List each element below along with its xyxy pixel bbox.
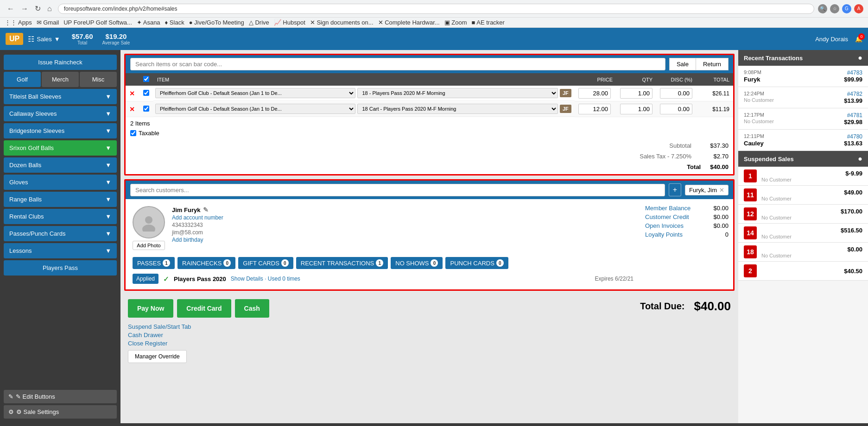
passes-count: 1 — [163, 259, 170, 267]
suspended-badge-1[interactable]: 1 — [744, 169, 757, 182]
customer-search-input[interactable] — [130, 184, 665, 196]
add-account-link[interactable]: Add account number — [172, 214, 634, 221]
search-icon[interactable]: 🔍 — [818, 4, 827, 13]
back-button[interactable]: ← — [5, 3, 17, 14]
sidebar-item-srixon[interactable]: Srixon Golf Balls ▼ — [4, 140, 117, 156]
sidebar-item-gloves[interactable]: Gloves ▼ — [4, 175, 117, 190]
suspended-badge-2[interactable]: 11 — [744, 188, 757, 201]
bookmark-foreup[interactable]: UP ForeUP Golf Softwa... — [63, 19, 132, 26]
add-customer-button[interactable]: + — [669, 183, 681, 196]
course-select-2[interactable]: Pfeifferhorn Golf Club - Default Season … — [155, 104, 355, 114]
tab-rainchecks[interactable]: RAINCHECKS 0 — [177, 257, 235, 269]
module-selector[interactable]: ☷ Sales ▼ — [28, 35, 60, 44]
item-1-checkbox[interactable] — [143, 90, 149, 96]
credit-card-button[interactable]: Credit Card — [177, 299, 231, 318]
notification-bell[interactable]: 🔔 0 — [855, 36, 862, 43]
bookmark-zoom[interactable]: ▣ Zoom — [444, 19, 467, 26]
tab-merch[interactable]: Merch — [42, 72, 79, 87]
pass-select-1[interactable]: 18 - Players Pass 2020 M-F Morning — [357, 88, 558, 98]
bookmark-asana[interactable]: ✦ Asana — [137, 19, 160, 26]
bookmark-drive[interactable]: △ Drive — [249, 19, 269, 26]
suspended-badge-3[interactable]: 12 — [744, 207, 757, 220]
address-bar[interactable] — [58, 4, 814, 14]
account-icon[interactable]: G — [842, 4, 851, 13]
tab-punch-cards[interactable]: PUNCH CARDS 0 — [445, 257, 508, 269]
bookmark-jive[interactable]: ● Jive/GoTo Meeting — [189, 19, 244, 26]
sidebar-item-callaway[interactable]: Callaway Sleeves ▼ — [4, 106, 117, 121]
home-button[interactable]: ⌂ — [45, 3, 54, 14]
forward-button[interactable]: → — [19, 3, 31, 14]
disc-input-1[interactable] — [660, 88, 692, 99]
bookmark-icon[interactable]: ☆ — [830, 4, 839, 13]
add-birthday-link[interactable]: Add birthday — [172, 237, 634, 243]
transaction-id-2[interactable]: #4782 — [847, 91, 862, 97]
return-button[interactable]: Return — [696, 58, 729, 70]
payment-section: Pay Now Credit Card Cash Suspend Sale/St… — [124, 294, 735, 368]
pass-details-link[interactable]: Show Details · Used 0 times — [231, 276, 300, 282]
close-register-link[interactable]: Close Register — [128, 340, 269, 347]
sidebar-item-lessons[interactable]: Lessons ▼ — [4, 243, 117, 258]
price-input-2[interactable] — [578, 104, 611, 114]
qty-input-2[interactable] — [620, 104, 653, 114]
bookmark-hardware[interactable]: ✕ Complete Hardwar... — [378, 19, 440, 26]
pay-now-button[interactable]: Pay Now — [128, 299, 173, 318]
course-select-1[interactable]: Pfeifferhorn Golf Club - Default Season … — [155, 88, 355, 98]
disc-input-2[interactable] — [660, 104, 692, 114]
bookmark-hubspot[interactable]: 📈 Hubspot — [274, 19, 305, 26]
remove-item-2-button[interactable]: ✕ — [129, 106, 135, 113]
add-photo-button[interactable]: Add Photo — [133, 241, 165, 250]
transaction-id-1[interactable]: #4783 — [847, 69, 862, 76]
bookmark-signdocs[interactable]: ✕ Sign documents on... — [310, 19, 374, 26]
reload-button[interactable]: ↻ — [32, 3, 43, 14]
select-all-checkbox[interactable] — [143, 76, 149, 82]
cash-drawer-link[interactable]: Cash Drawer — [128, 332, 269, 338]
bookmark-slack[interactable]: ♦ Slack — [165, 19, 184, 26]
sidebar-item-rental-clubs[interactable]: Rental Clubs ▼ — [4, 209, 117, 224]
qty-input-1[interactable] — [620, 88, 653, 99]
bookmark-ae[interactable]: ■ AE tracker — [472, 19, 505, 26]
customer-panel: + Furyk, Jim ✕ — [124, 179, 735, 291]
tab-rainchecks-label: RAINCHECKS — [182, 260, 222, 267]
edit-buttons-button[interactable]: ✎ ✎ Edit Buttons — [4, 390, 117, 403]
transaction-id-3[interactable]: #4781 — [847, 112, 862, 119]
remove-customer-button[interactable]: ✕ — [719, 187, 724, 194]
manager-override-button[interactable]: Manager Override — [128, 350, 187, 363]
gear-icon: ⚙ — [8, 408, 14, 415]
sale-settings-button[interactable]: ⚙ ⚙ Sale Settings — [4, 405, 117, 419]
remove-item-1-button[interactable]: ✕ — [129, 90, 135, 97]
issue-raincheck-button[interactable]: Issue Raincheck — [4, 55, 117, 70]
suspended-badge-6[interactable]: 2 — [744, 264, 757, 277]
sidebar-item-range-balls[interactable]: Range Balls ▼ — [4, 192, 117, 207]
user-menu[interactable]: Andy Dorais — [815, 36, 848, 43]
tab-gift-cards[interactable]: GIFT CARDS 0 — [238, 257, 293, 269]
sidebar-item-players-pass[interactable]: Players Pass — [4, 260, 117, 276]
suspended-sales-toggle[interactable]: ● — [858, 155, 862, 163]
suspend-sale-link[interactable]: Suspend Sale/Start Tab — [128, 323, 269, 330]
price-input-1[interactable] — [578, 88, 611, 99]
suspended-badge-5[interactable]: 18 — [744, 245, 757, 258]
tab-passes-label: PASSES — [137, 260, 161, 267]
tab-misc[interactable]: Misc — [80, 72, 117, 87]
tab-golf[interactable]: Golf — [4, 72, 41, 87]
item-search-input[interactable] — [130, 58, 665, 70]
sidebar-item-passes[interactable]: Passes/Punch Cards ▼ — [4, 226, 117, 241]
pass-select-2[interactable]: 18 Cart - Players Pass 2020 M-F Morning — [357, 104, 558, 114]
bookmark-apps[interactable]: ⋮⋮ Apps — [5, 19, 32, 26]
recent-transactions-toggle[interactable]: ● — [858, 54, 862, 62]
bookmark-gmail[interactable]: ✉ Gmail — [37, 19, 59, 26]
suspended-badge-4[interactable]: 14 — [744, 226, 757, 239]
transaction-id-4[interactable]: #4780 — [847, 133, 862, 140]
cash-button[interactable]: Cash — [235, 299, 269, 318]
tab-passes[interactable]: PASSES 1 — [133, 257, 175, 269]
sidebar-item-titleist[interactable]: Titleist Ball Sleeves ▼ — [4, 89, 117, 104]
sidebar-item-bridgestone[interactable]: Bridgestone Sleeves ▼ — [4, 123, 117, 138]
sidebar-item-dozen-balls[interactable]: Dozen Balls ▼ — [4, 157, 117, 173]
tab-no-shows[interactable]: NO SHOWS 0 — [391, 257, 443, 269]
sale-button[interactable]: Sale — [669, 58, 696, 70]
tab-recent-transactions[interactable]: RECENT TRANSACTIONS 1 — [296, 257, 388, 269]
browser-nav[interactable]: ← → ↻ ⌂ — [5, 3, 54, 14]
edit-name-icon[interactable]: ✎ — [203, 206, 209, 213]
taxable-checkbox[interactable] — [130, 130, 136, 136]
item-2-checkbox[interactable] — [143, 106, 149, 112]
profile-icon[interactable]: A — [854, 4, 863, 13]
